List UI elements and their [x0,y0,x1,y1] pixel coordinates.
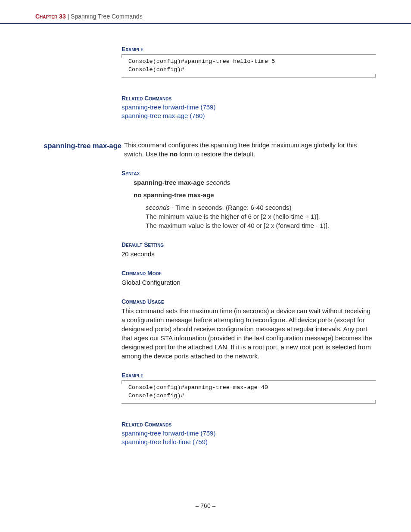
related-commands-heading-1: Related Commands [121,95,376,102]
chapter-title: Spanning Tree Commands [71,13,143,20]
syntax-block: spanning-tree max-age seconds no spannin… [134,178,376,199]
page-content: Example Console(config)#spanning-tree he… [0,46,411,446]
command-desc-bold: no [170,150,177,158]
syntax-cmd-2: no spanning-tree max-age [134,191,214,199]
syntax-cmd-1: spanning-tree max-age [134,179,204,186]
link-max-age[interactable]: spanning-tree max-age (760) [121,112,376,120]
param-line-2: The minimum value is the higher of 6 or … [146,212,376,221]
command-desc-part2: form to restore the default. [177,150,255,158]
header-separator: | [66,13,71,20]
code-example-1: Console(config)#spanning-tree hello-time… [121,54,376,78]
command-definition: spanning-tree max-age This command confi… [35,141,376,159]
example-heading-1: Example [121,46,376,53]
related-commands-list-1: spanning-tree forward-time (759) spannin… [121,103,376,121]
syntax-heading: Syntax [121,170,376,177]
param-name: seconds [146,204,170,211]
related-commands-list-2: spanning-tree forward-time (759) spannin… [121,429,376,447]
example-heading-2: Example [121,372,376,379]
syntax-arg-1: seconds [204,179,230,186]
default-setting-text: 20 seconds [121,249,376,258]
parameter-block: seconds - Time in seconds. (Range: 6-40 … [146,203,376,230]
chapter-label: Chapter 33 [35,13,66,20]
syntax-line-2: no spanning-tree max-age [134,190,376,199]
default-setting-heading: Default Setting [121,241,376,248]
link-hello-time[interactable]: spanning-tree hello-time (759) [121,438,376,446]
link-forward-time-2[interactable]: spanning-tree forward-time (759) [121,429,376,438]
command-usage-text: This command sets the maximum time (in s… [121,306,376,361]
command-description: This command configures the spanning tre… [124,141,376,159]
command-mode-heading: Command Mode [121,270,376,277]
related-commands-heading-2: Related Commands [121,421,376,428]
param-line-1: seconds - Time in seconds. (Range: 6-40 … [146,203,376,212]
command-mode-text: Global Configuration [121,278,376,287]
code-example-2: Console(config)#spanning-tree max-age 40… [121,380,376,404]
param-line-3: The maximum value is the lower of 40 or … [146,221,376,230]
page-header: Chapter 33 | Spanning Tree Commands [0,0,411,24]
command-name: spanning-tree max-age [35,141,124,159]
param-desc: - Time in seconds. (Range: 6-40 seconds) [170,204,292,211]
page-number: – 760 – [0,502,411,522]
link-forward-time-1[interactable]: spanning-tree forward-time (759) [121,103,376,112]
syntax-line-1: spanning-tree max-age seconds [134,178,376,187]
command-usage-heading: Command Usage [121,298,376,305]
